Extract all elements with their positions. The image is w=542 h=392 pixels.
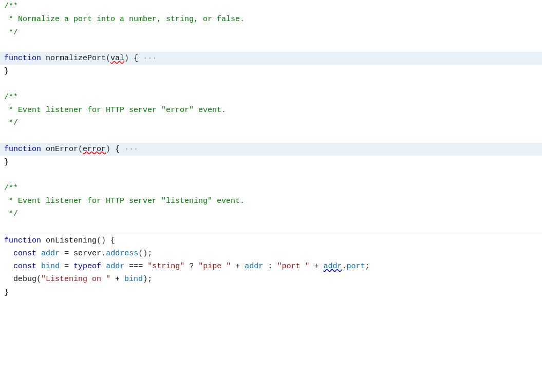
code-line-close-brace: } [0, 286, 542, 299]
code-line-empty [0, 220, 542, 233]
code-line-normalize-port: function normalizePort(val) { ··· [0, 52, 542, 65]
code-line: /** [0, 91, 542, 104]
code-line-const-addr: const addr = server.address(); [0, 247, 542, 260]
code-line: */ [0, 117, 542, 129]
code-line: /** [0, 182, 542, 195]
code-line: */ [0, 208, 542, 220]
code-line: /** [0, 0, 542, 13]
code-line-const-bind: const bind = typeof addr === "string" ? … [0, 260, 542, 273]
code-line-empty [0, 169, 542, 181]
code-line: * Event listener for HTTP server "error"… [0, 104, 542, 117]
code-line-on-error: function onError(error) { ··· [0, 143, 542, 156]
code-line-empty [0, 78, 542, 91]
code-line: * Event listener for HTTP server "listen… [0, 195, 542, 208]
code-editor: /** * Normalize a port into a number, st… [0, 0, 542, 392]
code-line: * Normalize a port into a number, string… [0, 13, 542, 26]
code-line-empty [0, 130, 542, 143]
code-line-empty [0, 39, 542, 52]
code-line-close-brace: } [0, 156, 542, 169]
code-line-on-listening: function onListening() { [0, 234, 542, 247]
code-line-close-brace: } [0, 65, 542, 78]
code-line: */ [0, 26, 542, 39]
code-line-debug: debug("Listening on " + bind); [0, 273, 542, 286]
